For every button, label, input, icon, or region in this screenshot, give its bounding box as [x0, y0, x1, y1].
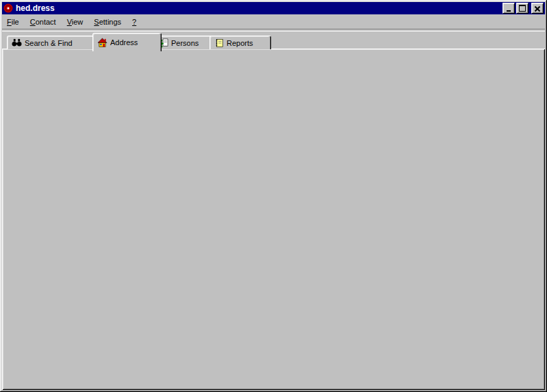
close-icon	[535, 6, 540, 11]
notebook-icon	[214, 38, 224, 48]
menu-view[interactable]: View	[62, 16, 90, 27]
tab-address[interactable]: Address	[92, 33, 162, 51]
tab-label: Search & Find	[25, 39, 73, 47]
app-logo-icon	[3, 3, 13, 13]
menu-contact[interactable]: Contact	[25, 16, 62, 27]
close-button[interactable]	[531, 3, 544, 14]
menu-separator	[2, 29, 545, 31]
minimize-button[interactable]	[503, 3, 515, 14]
minimize-icon	[507, 10, 511, 12]
window-title: hed.dress	[16, 3, 501, 13]
app-window: hed.dress File Contact View Settings ? S…	[0, 0, 547, 392]
tab-label: Reports	[227, 39, 253, 47]
maximize-button[interactable]	[516, 3, 529, 14]
menu-bar: File Contact View Settings ?	[2, 16, 545, 28]
title-bar: hed.dress	[2, 2, 545, 14]
main-panel	[2, 49, 545, 390]
maximize-icon	[519, 5, 526, 12]
house-icon	[97, 38, 107, 47]
menu-settings[interactable]: Settings	[89, 16, 127, 27]
menu-file[interactable]: File	[2, 16, 25, 27]
tab-label: Address	[110, 38, 138, 47]
tab-persons[interactable]: Persons	[153, 36, 218, 49]
tab-label: Persons	[171, 39, 199, 47]
tab-reports[interactable]: Reports	[209, 36, 271, 49]
tab-search-and-find[interactable]: Search & Find	[7, 36, 101, 49]
menu-help[interactable]: ?	[127, 16, 142, 27]
binoculars-icon	[12, 38, 22, 47]
